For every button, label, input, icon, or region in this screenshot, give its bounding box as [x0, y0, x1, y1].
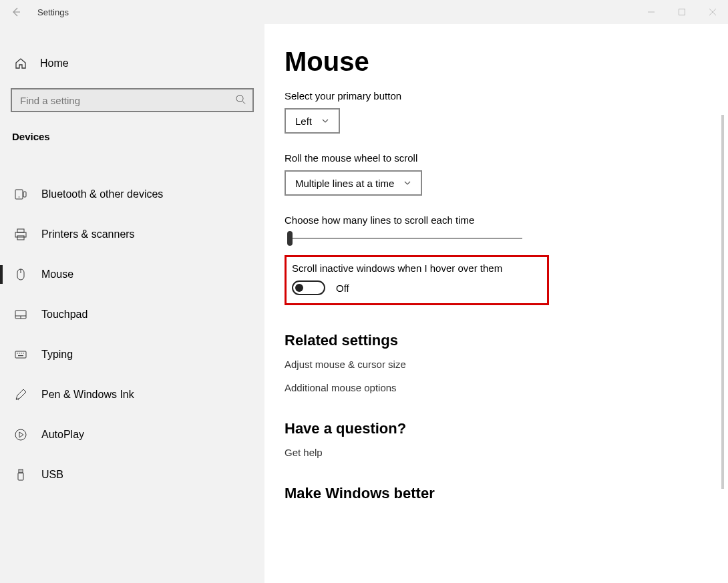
touchpad-icon — [13, 308, 28, 321]
svg-rect-26 — [18, 473, 23, 480]
sidebar-item-pen[interactable]: Pen & Windows Ink — [0, 375, 264, 415]
chevron-down-icon — [321, 116, 329, 127]
sidebar-nav: Bluetooth & other devices Printers & sca… — [0, 174, 264, 495]
roll-wheel-label: Roll the mouse wheel to scroll — [285, 152, 708, 164]
sidebar-item-touchpad[interactable]: Touchpad — [0, 295, 264, 335]
scroll-inactive-value: Off — [336, 282, 349, 294]
highlight-annotation: Scroll inactive windows when I hover ove… — [285, 255, 549, 305]
minimize-button[interactable] — [636, 0, 667, 24]
slider-thumb[interactable] — [287, 231, 293, 246]
scroll-inactive-toggle[interactable] — [292, 280, 325, 295]
question-heading: Have a question? — [285, 420, 708, 437]
svg-rect-11 — [15, 232, 26, 237]
lines-scroll-label: Choose how many lines to scroll each tim… — [285, 214, 708, 226]
svg-rect-23 — [18, 355, 23, 356]
svg-point-5 — [236, 95, 243, 102]
sidebar-item-mouse[interactable]: Mouse — [0, 254, 264, 295]
app-title: Settings — [37, 7, 69, 17]
link-additional-mouse-options[interactable]: Additional mouse options — [285, 382, 708, 393]
scrollbar[interactable] — [721, 115, 724, 489]
back-button[interactable] — [0, 0, 32, 24]
sidebar-item-usb[interactable]: USB — [0, 455, 264, 495]
search-box[interactable] — [11, 88, 254, 112]
svg-rect-7 — [15, 190, 23, 199]
back-arrow-icon — [11, 7, 21, 17]
toggle-knob — [295, 284, 303, 292]
primary-button-value: Left — [295, 116, 312, 127]
sidebar-item-label: AutoPlay — [41, 429, 84, 441]
link-get-help[interactable]: Get help — [285, 447, 708, 458]
svg-rect-8 — [23, 192, 26, 197]
sidebar-item-bluetooth[interactable]: Bluetooth & other devices — [0, 174, 264, 214]
printer-icon — [13, 228, 28, 241]
svg-rect-12 — [17, 236, 24, 240]
close-icon — [709, 8, 717, 16]
content-area: Mouse Select your primary button Left Ro… — [264, 24, 728, 583]
close-button[interactable] — [697, 0, 728, 24]
sidebar-item-label: USB — [41, 469, 63, 481]
svg-rect-25 — [19, 469, 23, 473]
primary-button-label: Select your primary button — [285, 90, 708, 102]
sidebar-item-typing[interactable]: Typing — [0, 335, 264, 375]
search-icon — [235, 94, 246, 107]
home-label: Home — [40, 57, 69, 69]
svg-point-9 — [19, 196, 20, 198]
primary-button-dropdown[interactable]: Left — [285, 108, 340, 134]
roll-wheel-value: Multiple lines at a time — [295, 178, 394, 189]
svg-point-19 — [17, 353, 17, 353]
sidebar-item-label: Typing — [41, 349, 73, 361]
home-icon — [13, 57, 28, 69]
svg-line-6 — [242, 102, 245, 104]
svg-point-20 — [19, 353, 19, 353]
svg-rect-18 — [15, 351, 26, 358]
window-controls — [636, 0, 728, 24]
keyboard-icon — [13, 348, 28, 361]
bluetooth-devices-icon — [13, 188, 28, 201]
minimize-icon — [647, 8, 655, 16]
page-title: Mouse — [285, 47, 708, 77]
svg-point-22 — [23, 353, 23, 353]
pen-icon — [13, 388, 28, 401]
sidebar-item-printers[interactable]: Printers & scanners — [0, 214, 264, 254]
improve-heading: Make Windows better — [285, 485, 708, 502]
svg-rect-2 — [679, 9, 685, 15]
maximize-icon — [678, 8, 686, 16]
scroll-inactive-label: Scroll inactive windows when I hover ove… — [292, 262, 538, 274]
usb-icon — [13, 468, 28, 481]
sidebar-item-label: Mouse — [41, 268, 73, 280]
svg-point-24 — [15, 429, 26, 440]
sidebar-item-label: Touchpad — [41, 309, 87, 321]
related-settings-heading: Related settings — [285, 332, 708, 349]
sidebar-item-label: Printers & scanners — [41, 228, 135, 240]
title-bar: Settings — [0, 0, 728, 24]
chevron-down-icon — [403, 178, 411, 189]
sidebar-item-label: Bluetooth & other devices — [41, 188, 163, 200]
roll-wheel-dropdown[interactable]: Multiple lines at a time — [285, 170, 422, 196]
mouse-icon — [13, 268, 28, 281]
sidebar: Home Devices Bluetooth & other devices — [0, 24, 264, 583]
lines-scroll-slider[interactable] — [289, 238, 522, 239]
autoplay-icon — [13, 428, 28, 441]
svg-rect-10 — [17, 229, 24, 232]
sidebar-item-autoplay[interactable]: AutoPlay — [0, 415, 264, 455]
link-adjust-mouse-cursor[interactable]: Adjust mouse & cursor size — [285, 359, 708, 370]
sidebar-section-title: Devices — [0, 126, 264, 152]
home-nav[interactable]: Home — [0, 51, 264, 76]
svg-point-21 — [21, 353, 21, 353]
maximize-button[interactable] — [667, 0, 697, 24]
search-input[interactable] — [11, 88, 254, 112]
sidebar-item-label: Pen & Windows Ink — [41, 389, 134, 401]
